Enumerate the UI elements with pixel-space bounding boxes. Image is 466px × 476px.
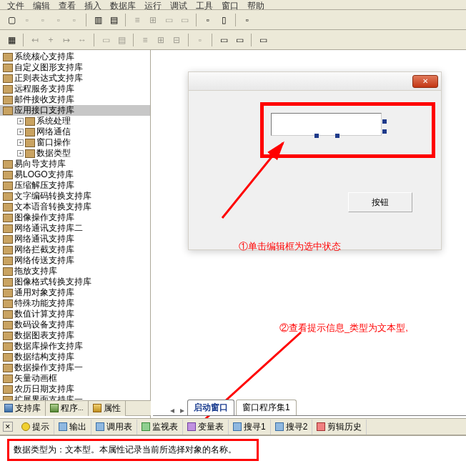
menu-edit[interactable]: 编辑 [30, 0, 53, 9]
tree-item[interactable]: 农历日期支持库 [0, 384, 150, 395]
tb-btn-icon[interactable]: ⊞ [154, 33, 168, 47]
tb-btn-icon[interactable]: + [44, 33, 58, 47]
design-window[interactable]: ✕ 按钮 ①单击编辑框为选中状态 [188, 71, 442, 250]
design-canvas[interactable]: ✕ 按钮 ①单击编辑框为选中状态 [158, 64, 462, 282]
close-panel-icon[interactable]: ✕ [3, 422, 13, 432]
edit-control-selected[interactable] [271, 113, 382, 136]
tb-btn-icon[interactable]: ▭ [256, 33, 270, 47]
tab-window-procset[interactable]: 窗口程序集1 [236, 400, 297, 415]
tb-btn-icon[interactable]: ▭ [232, 33, 247, 47]
tb-grid-icon[interactable]: ▦ [4, 33, 19, 47]
tb-btn-icon[interactable]: ↦ [59, 33, 74, 47]
tb-btn-icon[interactable]: ↔ [75, 33, 89, 47]
tb-btn-icon[interactable]: ≡ [130, 13, 144, 27]
resize-handle[interactable] [335, 134, 339, 138]
tree-item[interactable]: +数据类型 [0, 148, 150, 159]
tree-item[interactable]: 图像格式转换支持库 [0, 277, 150, 287]
tb-btn-icon[interactable]: ▤ [114, 33, 129, 47]
tb-btn-icon[interactable]: ▫ [201, 13, 215, 27]
tab-output[interactable]: 输出 [54, 420, 91, 435]
tree-item[interactable]: 文本语音转换支持库 [0, 202, 150, 212]
tree-item[interactable]: 数据结构支持库 [0, 352, 150, 362]
tree-item[interactable]: 数值计算支持库 [0, 309, 150, 319]
tab-scroll-left-icon[interactable]: ◂ [167, 405, 177, 415]
tree-item[interactable]: 网络通讯支持库 [0, 234, 150, 244]
tb-btn-icon[interactable]: ▫ [51, 13, 66, 27]
tree-item[interactable]: 远程服务支持库 [0, 84, 150, 94]
tb-btn-icon[interactable]: ↤ [28, 33, 42, 47]
menu-run[interactable]: 运行 [142, 0, 164, 9]
tree-item[interactable]: 通用对象支持库 [0, 287, 150, 298]
tab-search-2[interactable]: 搜寻2 [271, 420, 313, 435]
tree-item[interactable]: +窗口操作 [0, 137, 150, 148]
tb-btn-icon[interactable]: ▭ [99, 33, 113, 47]
tb-btn-icon[interactable]: ▭ [217, 33, 231, 47]
tree-item[interactable]: 数据库操作支持库 [0, 341, 150, 352]
tb-btn-icon[interactable]: ▭ [162, 13, 176, 27]
menu-window[interactable]: 窗口 [219, 0, 242, 9]
close-icon[interactable]: ✕ [412, 75, 438, 88]
tb-new-icon[interactable]: ▢ [4, 13, 19, 27]
tab-callstack[interactable]: 调用表 [91, 420, 137, 435]
menu-help[interactable]: 帮助 [244, 0, 267, 9]
expand-icon[interactable]: + [17, 118, 24, 124]
tab-clipboard[interactable]: 剪辑历史 [312, 420, 367, 435]
tree-item[interactable]: 网络传送支持库 [0, 255, 150, 266]
menu-insert[interactable]: 插入 [81, 0, 104, 9]
tree-item[interactable]: 拖放支持库 [0, 266, 150, 277]
tab-program[interactable]: 程序... [46, 401, 89, 416]
expand-icon[interactable]: + [17, 139, 24, 146]
tree-item[interactable]: 网络通讯支持库二 [0, 223, 150, 234]
tb-btn-icon[interactable]: ⊞ [146, 13, 160, 27]
menu-db[interactable]: 数据库 [107, 0, 139, 9]
tree-item[interactable]: 矢量动画框 [0, 373, 150, 384]
resize-handle[interactable] [382, 119, 387, 124]
tab-support-lib[interactable]: 支持库 [0, 401, 46, 416]
tb-btn-icon[interactable]: ▫ [240, 13, 254, 27]
tab-properties[interactable]: 属性 [89, 401, 126, 416]
tab-startup-window[interactable]: 启动窗口 [187, 400, 234, 415]
tb-btn-icon[interactable]: ▤ [106, 13, 121, 27]
tab-watch[interactable]: 监视表 [137, 420, 183, 435]
expand-icon[interactable]: + [17, 129, 24, 135]
tree-item[interactable]: 文字编码转换支持库 [0, 191, 150, 202]
tree-item[interactable]: 数据操作支持库一 [0, 362, 150, 373]
tree-item[interactable]: 易向导支持库 [0, 159, 150, 169]
tree-item[interactable]: 数据图表支持库 [0, 330, 150, 341]
tb-btn-icon[interactable]: ≡ [138, 33, 152, 47]
expand-icon[interactable]: + [17, 150, 24, 157]
tb-btn-icon[interactable]: ▫ [20, 13, 34, 27]
menu-debug[interactable]: 调试 [167, 0, 190, 9]
tree-item[interactable]: 压缩解压支持库 [0, 180, 150, 191]
tree-item[interactable]: 系统核心支持库 [0, 51, 150, 62]
tb-btn-icon[interactable]: ⊟ [169, 33, 184, 47]
tree-item[interactable]: +网络通信 [0, 127, 150, 137]
tree-item[interactable]: 特殊功能支持库 [0, 298, 150, 309]
tree-item[interactable]: 应用接口支持库 [0, 105, 150, 116]
menu-file[interactable]: 文件 [4, 0, 27, 9]
tree-item[interactable]: 数码设备支持库 [0, 319, 150, 330]
tree-item[interactable]: 邮件接收支持库 [0, 94, 150, 105]
form-button[interactable]: 按钮 [348, 192, 412, 212]
tab-variables[interactable]: 变量表 [183, 420, 229, 435]
tree-item[interactable]: 图像操作支持库 [0, 212, 150, 223]
menu-tools[interactable]: 工具 [193, 0, 216, 9]
resize-handle[interactable] [314, 134, 319, 138]
tb-btn-icon[interactable]: ▥ [91, 13, 105, 27]
library-tree-panel[interactable]: 系统核心支持库自定义图形支持库正则表达式支持库远程服务支持库邮件接收支持库应用接… [0, 50, 151, 429]
tree-item[interactable]: 网络拦截支持库 [0, 244, 150, 255]
resize-handle[interactable] [382, 129, 387, 134]
tb-btn-icon[interactable]: ▫ [67, 13, 81, 27]
tb-btn-icon[interactable]: ▫ [36, 13, 50, 27]
tab-scroll-right-icon[interactable]: ▸ [177, 405, 187, 415]
tree-item[interactable]: 易LOGO支持库 [0, 169, 150, 180]
tree-item[interactable]: +系统处理 [0, 116, 150, 127]
tb-btn-icon[interactable]: ▭ [177, 13, 192, 27]
tb-btn-icon[interactable]: ▯ [217, 13, 231, 27]
tree-item[interactable]: 正则表达式支持库 [0, 73, 150, 84]
tab-search-1[interactable]: 搜寻1 [229, 420, 271, 435]
tb-btn-icon[interactable]: ▫ [193, 33, 207, 47]
menu-view[interactable]: 查看 [56, 0, 79, 9]
tree-item[interactable]: 自定义图形支持库 [0, 62, 150, 73]
tab-hint[interactable]: 提示 [17, 420, 54, 435]
